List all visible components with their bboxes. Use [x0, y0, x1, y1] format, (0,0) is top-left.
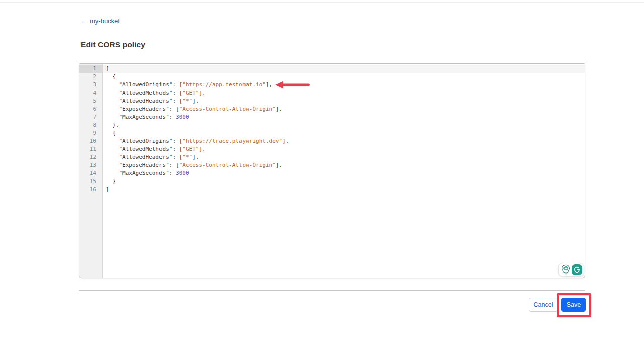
line-number: 6: [79, 105, 102, 113]
line-number: 7: [79, 113, 102, 121]
line-number: 11: [79, 145, 102, 153]
save-button[interactable]: Save: [561, 298, 586, 312]
back-link-my-bucket[interactable]: ← my-bucket: [80, 17, 120, 25]
page-title: Edit CORS policy: [80, 40, 145, 49]
editor-code[interactable]: [ { "AllowedOrigins": ["https://app.test…: [103, 64, 585, 278]
code-line: "ExposeHeaders": ["Access-Control-Allow-…: [103, 161, 585, 169]
line-number: 15: [79, 177, 102, 186]
line-number: 3: [79, 81, 102, 89]
code-line: {: [103, 129, 585, 137]
line-number: 2: [79, 73, 102, 81]
code-line: {: [103, 73, 585, 81]
line-number: 9: [79, 129, 102, 137]
line-number: 14: [79, 169, 102, 177]
footer-divider: [79, 290, 585, 291]
code-line: }: [103, 177, 585, 186]
code-line: "MaxAgeSeconds": 3000: [103, 169, 585, 177]
line-number: 4: [79, 89, 102, 97]
grammarly-g-button[interactable]: [572, 264, 582, 275]
lightbulb-icon: [561, 264, 570, 276]
editor-gutter: 12345678910111213141516: [79, 64, 103, 278]
line-number: 16: [79, 186, 102, 194]
line-number: 13: [79, 161, 102, 169]
code-line: "ExposeHeaders": ["Access-Control-Allow-…: [103, 105, 585, 113]
code-line: "AllowedOrigins": ["https://app.testomat…: [103, 81, 585, 89]
line-number: 12: [79, 153, 102, 161]
line-number: 1: [79, 65, 102, 73]
code-line: "MaxAgeSeconds": 3000: [103, 113, 585, 121]
grammarly-lightbulb-icon[interactable]: [560, 264, 571, 275]
grammarly-widget: [558, 263, 584, 277]
code-line: "AllowedMethods": ["GET"],: [103, 89, 585, 97]
line-number: 5: [79, 97, 102, 105]
top-divider: [0, 2, 644, 3]
back-link-label: my-bucket: [90, 17, 120, 25]
code-line: "AllowedMethods": ["GET"],: [103, 145, 585, 153]
code-line: ]: [103, 186, 585, 194]
back-arrow-icon: ←: [80, 17, 87, 25]
code-line: "AllowedOrigins": ["https://trace.playwr…: [103, 137, 585, 145]
code-line: "AllowedHeaders": ["*"],: [103, 153, 585, 161]
line-number: 10: [79, 137, 102, 145]
cancel-button[interactable]: Cancel: [529, 298, 558, 312]
code-line: },: [103, 121, 585, 129]
code-line: "AllowedHeaders": ["*"],: [103, 97, 585, 105]
grammarly-icon: [573, 266, 581, 274]
line-number: 8: [79, 121, 102, 129]
code-line: [: [103, 65, 585, 73]
cors-policy-editor[interactable]: 12345678910111213141516 [ { "AllowedOrig…: [79, 63, 585, 278]
